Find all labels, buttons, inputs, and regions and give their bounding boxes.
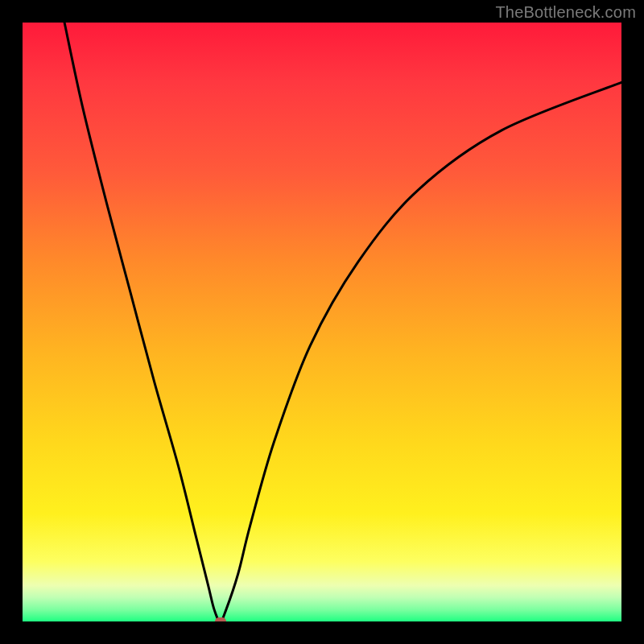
plot-area — [23, 23, 621, 621]
optimal-point-marker — [215, 617, 226, 621]
bottleneck-curve — [23, 23, 621, 621]
watermark-text: TheBottleneck.com — [495, 3, 636, 22]
chart-frame: TheBottleneck.com — [0, 0, 644, 644]
